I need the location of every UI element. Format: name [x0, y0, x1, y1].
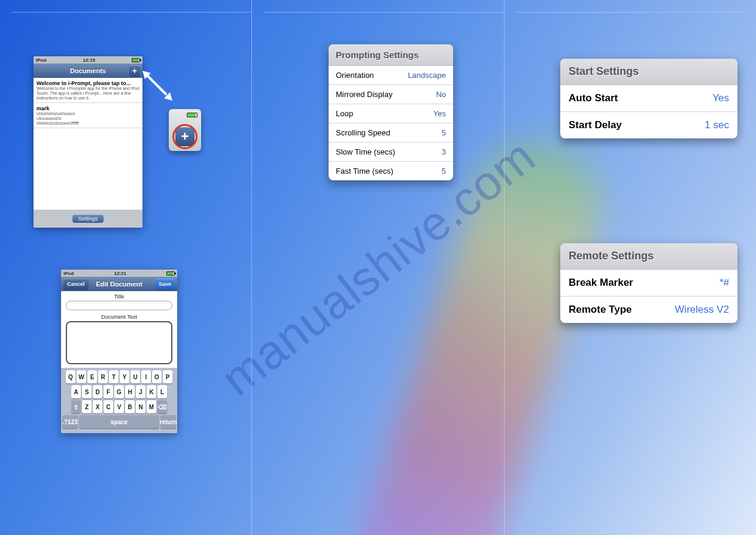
setting-label: Remote Type	[569, 304, 632, 316]
highlight-ring	[172, 124, 198, 149]
card-header: Prompting Settings	[329, 44, 453, 66]
card-header: Start Settings	[560, 59, 737, 85]
setting-label: Start Delay	[569, 119, 622, 131]
title-label: Title	[61, 291, 177, 300]
settings-row[interactable]: Mirrored DisplayNo	[329, 85, 453, 104]
setting-label: Orientation	[336, 71, 374, 80]
key[interactable]: O	[152, 370, 162, 383]
key[interactable]: ⇧	[71, 400, 81, 413]
key[interactable]: X	[93, 400, 102, 413]
setting-label: Break Marker	[569, 277, 633, 289]
onscreen-keyboard: QWERTYUIOP ASDFGHJKL ⇧ZXCVBNM⌫ .?123 spa…	[61, 368, 177, 433]
key[interactable]: N	[136, 400, 145, 413]
device-label: iPod	[36, 58, 46, 63]
setting-value: Wireless V2	[675, 304, 729, 316]
setting-label: Scrolling Speed	[336, 128, 390, 137]
key[interactable]: F	[104, 385, 113, 398]
setting-value: No	[436, 90, 446, 99]
doc-preview: Uscususushz	[37, 116, 139, 121]
add-document-button[interactable]: +	[129, 65, 140, 76]
callout-arrow	[142, 71, 172, 103]
settings-row[interactable]: Auto StartYes	[560, 85, 737, 112]
settings-row[interactable]: OrientationLandscape	[329, 66, 453, 85]
key[interactable]: J	[136, 385, 145, 398]
settings-row[interactable]: Remote TypeWireless V2	[560, 297, 737, 323]
key[interactable]: G	[114, 385, 124, 398]
key[interactable]: V	[114, 400, 124, 413]
key[interactable]: Q	[66, 370, 75, 383]
key[interactable]: B	[125, 400, 135, 413]
prompting-settings-card: Prompting Settings OrientationLandscapeM…	[329, 44, 453, 180]
toolbar: Settings	[34, 210, 142, 228]
key[interactable]: I	[141, 370, 151, 383]
clock: 12:15	[83, 58, 95, 63]
doc-preview: Idcteicclcclcccwciclffffff	[37, 121, 139, 126]
doc-preview: Welcome to the i-Prompter app for the iP…	[37, 86, 139, 101]
setting-value: Yes	[433, 109, 446, 118]
settings-row[interactable]: LoopYes	[329, 104, 453, 123]
document-text-input[interactable]	[66, 321, 172, 364]
status-bar: iPod 12:21	[61, 270, 177, 277]
key[interactable]: Y	[120, 370, 129, 383]
key-space[interactable]: space	[79, 415, 159, 428]
key[interactable]: A	[71, 385, 81, 398]
cancel-button[interactable]: Cancel	[63, 279, 89, 289]
key[interactable]: C	[104, 400, 113, 413]
document-row[interactable]: Welcome to i-Prompt, please tap to... We…	[34, 78, 142, 103]
key[interactable]: S	[82, 385, 92, 398]
card-header: Remote Settings	[560, 243, 737, 270]
documents-list: Welcome to i-Prompt, please tap to... We…	[34, 78, 142, 210]
setting-value: Yes	[712, 92, 729, 104]
doc-title: mark	[37, 105, 50, 111]
key[interactable]: ⌫	[157, 400, 167, 413]
nav-bar: Cancel Edit Document Save	[61, 277, 177, 291]
key[interactable]: T	[109, 370, 119, 383]
setting-value: 5	[442, 167, 446, 176]
key[interactable]: R	[98, 370, 108, 383]
key-return[interactable]: return	[160, 415, 176, 428]
title-input[interactable]	[66, 301, 172, 310]
settings-button[interactable]: Settings	[72, 214, 104, 223]
nav-title: Documents	[70, 67, 106, 74]
setting-label: Loop	[336, 109, 353, 118]
setting-value: Landscape	[408, 71, 446, 80]
kbd-row3: ⇧ZXCVBNM⌫	[62, 400, 176, 413]
clock: 12:21	[114, 271, 126, 276]
save-button[interactable]: Save	[155, 279, 175, 289]
setting-value: 3	[442, 147, 446, 156]
key[interactable]: D	[93, 385, 102, 398]
key[interactable]: E	[87, 370, 97, 383]
key[interactable]: W	[77, 370, 86, 383]
settings-row[interactable]: Start Delay1 sec	[560, 112, 737, 138]
status-bar: iPod 12:15	[34, 56, 142, 64]
key[interactable]: H	[125, 385, 135, 398]
key[interactable]: K	[147, 385, 156, 398]
kbd-row1: QWERTYUIOP	[62, 370, 176, 383]
setting-label: Slow Time (secs)	[336, 147, 395, 156]
start-settings-card: Start Settings Auto StartYesStart Delay1…	[560, 59, 737, 138]
setting-label: Mirrored Display	[336, 90, 393, 99]
key[interactable]: U	[130, 370, 140, 383]
battery-icon	[132, 58, 140, 62]
key-123[interactable]: .?123	[62, 415, 78, 428]
doc-preview: Udushshscushsusux	[37, 111, 139, 116]
settings-row[interactable]: Slow Time (secs)3	[329, 143, 453, 162]
settings-row[interactable]: Break Marker*#	[560, 270, 737, 297]
key[interactable]: M	[147, 400, 156, 413]
settings-row[interactable]: Fast Time (secs)5	[329, 162, 453, 180]
ipod-documents-screenshot: iPod 12:15 Documents + Welcome to i-Prom…	[34, 56, 142, 228]
device-label: iPod	[63, 271, 74, 276]
nav-title: Edit Document	[96, 280, 142, 288]
setting-value: 5	[442, 128, 446, 137]
edit-form: Title Document Text	[61, 291, 177, 364]
key[interactable]: Z	[82, 400, 92, 413]
key[interactable]: L	[157, 385, 167, 398]
setting-label: Auto Start	[569, 92, 618, 104]
document-row[interactable]: mark Udushshscushsusux Uscususushz Idcte…	[34, 103, 142, 128]
nav-bar: Documents +	[34, 64, 142, 78]
svg-line-0	[146, 74, 166, 95]
settings-row[interactable]: Scrolling Speed5	[329, 123, 453, 143]
remote-settings-card: Remote Settings Break Marker*#Remote Typ…	[560, 243, 737, 323]
setting-value: *#	[719, 277, 729, 289]
key[interactable]: P	[163, 370, 172, 383]
